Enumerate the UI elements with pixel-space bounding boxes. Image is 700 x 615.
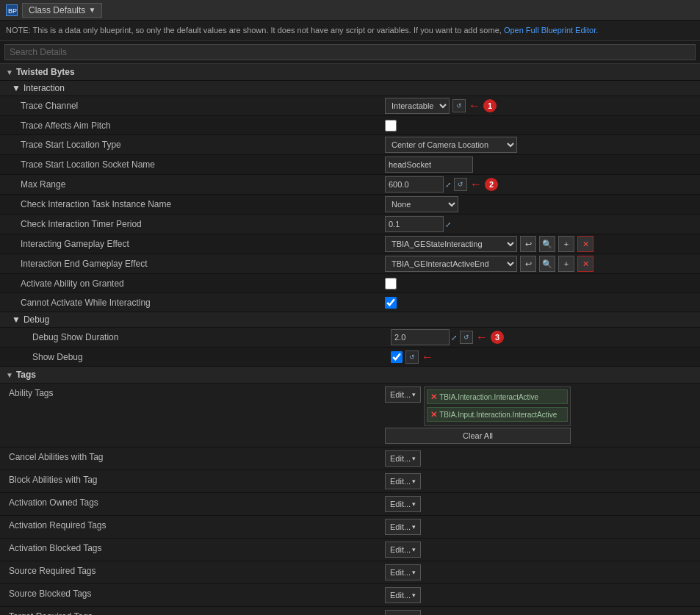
debug-label: Debug	[24, 314, 49, 325]
show-debug-reset-button[interactable]: ↺	[405, 350, 419, 364]
twisted-bytes-section-header[interactable]: ▼ Twisted Bytes	[0, 64, 700, 81]
debug-show-duration-reset-button[interactable]: ↺	[460, 331, 473, 344]
interaction-end-ge-back-button[interactable]: ↩	[520, 256, 536, 272]
check-interaction-task-instance-name-dropdown[interactable]: None	[385, 196, 458, 212]
activate-ability-on-granted-checkbox[interactable]	[385, 278, 397, 289]
source-required-tags-dropdown-arrow-icon: ▾	[412, 569, 416, 576]
debug-show-duration-input[interactable]	[391, 329, 450, 345]
target-required-tags-edit-button[interactable]: Edit...▾	[385, 610, 421, 615]
ability-tags-label: Ability Tags	[0, 385, 382, 401]
search-input[interactable]	[4, 44, 696, 60]
ability-tag-chip-1: ✕ TBIA.Interaction.InteractActive	[427, 389, 568, 404]
ability-tags-clear-all-button[interactable]: Clear All	[385, 428, 571, 444]
trace-channel-label: Trace Channel	[0, 98, 382, 114]
activation-blocked-tags-label: Activation Blocked Tags	[0, 540, 382, 556]
ability-tag-chip-2-label: TBIA.Input.Interaction.InteractActive	[439, 411, 557, 419]
cancel-abilities-with-tag-value: Edit...▾	[382, 449, 700, 468]
ability-tags-value: Edit...▾ ✕ TBIA.Interaction.InteractActi…	[382, 385, 700, 445]
source-required-tags-value: Edit...▾	[382, 563, 700, 582]
interaction-subsection-header[interactable]: ▼ Interaction	[0, 81, 700, 96]
interaction-end-gameplay-effect-row: Interaction End Gameplay Effect TBIA_GEI…	[0, 254, 700, 274]
activation-required-tags-edit-button[interactable]: Edit...▾	[385, 519, 421, 535]
trace-channel-row: Trace Channel Interactable ↺ ← 1	[0, 96, 700, 116]
interaction-end-gameplay-effect-dropdown[interactable]: TBIA_GEInteractActiveEnd	[385, 256, 517, 272]
block-abilities-with-tag-row: Block Abilities with Tag Edit...▾	[0, 470, 700, 493]
trace-affects-aim-pitch-value	[382, 118, 700, 133]
trace-start-location-socket-name-input[interactable]	[385, 157, 473, 173]
trace-start-location-type-value: Center of Camera Location	[382, 135, 700, 154]
trace-start-location-socket-name-value	[382, 155, 700, 174]
debug-show-duration-expand-icon[interactable]: ⤢	[451, 334, 457, 342]
activation-owned-tags-row: Activation Owned Tags Edit...▾	[0, 493, 700, 516]
interaction-end-ge-remove-button[interactable]: ✕	[577, 256, 593, 272]
svg-text:BP: BP	[8, 7, 17, 15]
activation-required-tags-row: Activation Required Tags Edit...▾	[0, 516, 700, 539]
trace-channel-value: Interactable ↺ ← 1	[382, 96, 700, 115]
show-debug-value: ↺ ←	[388, 349, 700, 365]
debug-subsection-header[interactable]: ▼ Debug	[0, 312, 700, 328]
trace-start-location-type-row: Trace Start Location Type Center of Came…	[0, 135, 700, 155]
twisted-bytes-triangle-icon: ▼	[6, 68, 13, 76]
trace-affects-aim-pitch-checkbox[interactable]	[385, 120, 397, 132]
block-abilities-dropdown-arrow-icon: ▾	[412, 478, 416, 485]
interacting-gameplay-effect-value: TBIA_GEStateInteracting ↩ 🔍 + ✕	[382, 234, 700, 253]
source-blocked-tags-label: Source Blocked Tags	[0, 586, 382, 602]
check-interaction-timer-period-expand-icon[interactable]: ⤢	[445, 220, 451, 229]
ability-tag-chip-1-remove-button[interactable]: ✕	[430, 392, 437, 402]
trace-channel-dropdown[interactable]: Interactable	[385, 98, 450, 114]
open-blueprint-link[interactable]: Open Full Blueprint Editor.	[504, 26, 598, 35]
search-bar	[0, 41, 700, 64]
debug-triangle-icon: ▼	[12, 314, 21, 325]
show-debug-checkbox[interactable]	[391, 351, 403, 363]
trace-start-location-type-dropdown[interactable]: Center of Camera Location	[385, 137, 517, 153]
check-interaction-timer-period-value: ⤢	[382, 215, 700, 234]
check-interaction-timer-period-row: Check Interaction Timer Period ⤢	[0, 215, 700, 234]
debug-show-duration-label: Debug Show Duration	[6, 329, 388, 345]
ability-tag-chip-2: ✕ TBIA.Input.Interaction.InteractActive	[427, 407, 568, 422]
activation-required-tags-value: Edit...▾	[382, 517, 700, 536]
max-range-input[interactable]	[385, 176, 444, 193]
tags-section-header[interactable]: ▼ Tags	[0, 367, 700, 384]
activate-ability-on-granted-value	[382, 276, 700, 291]
cannot-activate-while-interacting-label: Cannot Activate While Interacting	[0, 295, 382, 311]
block-abilities-with-tag-edit-button[interactable]: Edit...▾	[385, 473, 421, 489]
interaction-end-ge-search-button[interactable]: 🔍	[539, 256, 555, 272]
interacting-ge-remove-button[interactable]: ✕	[577, 236, 593, 252]
interacting-ge-back-button[interactable]: ↩	[520, 236, 536, 252]
interaction-triangle-icon: ▼	[12, 83, 21, 93]
interaction-end-gameplay-effect-value: TBIA_GEInteractActiveEnd ↩ 🔍 + ✕	[382, 254, 700, 273]
source-blocked-tags-row: Source Blocked Tags Edit...▾	[0, 584, 700, 607]
class-defaults-button[interactable]: Class Defaults ▼	[22, 3, 102, 18]
interacting-gameplay-effect-dropdown[interactable]: TBIA_GEStateInteracting	[385, 236, 517, 252]
activation-required-tags-dropdown-arrow-icon: ▾	[412, 523, 416, 531]
trace-channel-reset-button[interactable]: ↺	[452, 99, 466, 112]
interacting-ge-search-button[interactable]: 🔍	[539, 236, 555, 252]
ability-tag-chip-2-remove-button[interactable]: ✕	[430, 410, 437, 420]
cannot-activate-while-interacting-checkbox[interactable]	[385, 297, 397, 309]
activation-blocked-tags-edit-button[interactable]: Edit...▾	[385, 542, 421, 558]
show-debug-row: Show Debug ↺ ←	[0, 348, 700, 367]
max-range-reset-button[interactable]: ↺	[454, 178, 467, 191]
activation-blocked-tags-row: Activation Blocked Tags Edit...▾	[0, 539, 700, 561]
annotation-arrow-3: ←	[476, 331, 488, 344]
max-range-expand-icon[interactable]: ⤢	[445, 181, 451, 189]
check-interaction-timer-period-label: Check Interaction Timer Period	[0, 216, 382, 232]
interacting-ge-add-button[interactable]: +	[558, 236, 574, 252]
check-interaction-task-instance-name-value: None	[382, 195, 700, 214]
cancel-abilities-with-tag-edit-button[interactable]: Edit...▾	[385, 450, 421, 467]
check-interaction-timer-period-input[interactable]	[385, 216, 444, 232]
ability-tags-row: Ability Tags Edit...▾ ✕ TBIA.Interaction…	[0, 384, 700, 447]
top-bar: BP Class Defaults ▼	[0, 0, 700, 21]
ability-tags-edit-button[interactable]: Edit...▾	[385, 386, 421, 403]
source-required-tags-edit-button[interactable]: Edit...▾	[385, 564, 421, 580]
max-range-label: Max Range	[0, 176, 382, 193]
note-bar: NOTE: This is a data only blueprint, so …	[0, 21, 700, 41]
interaction-end-ge-add-button[interactable]: +	[558, 256, 574, 272]
tags-triangle-icon: ▼	[6, 371, 13, 379]
activation-owned-tags-edit-button[interactable]: Edit...▾	[385, 496, 421, 512]
check-interaction-task-instance-name-label: Check Interaction Task Instance Name	[0, 196, 382, 212]
debug-show-duration-row: Debug Show Duration ⤢ ↺ ← 3	[0, 328, 700, 348]
twisted-bytes-label: Twisted Bytes	[16, 67, 75, 77]
max-range-row: Max Range ⤢ ↺ ← 2	[0, 175, 700, 195]
source-blocked-tags-edit-button[interactable]: Edit...▾	[385, 587, 421, 603]
